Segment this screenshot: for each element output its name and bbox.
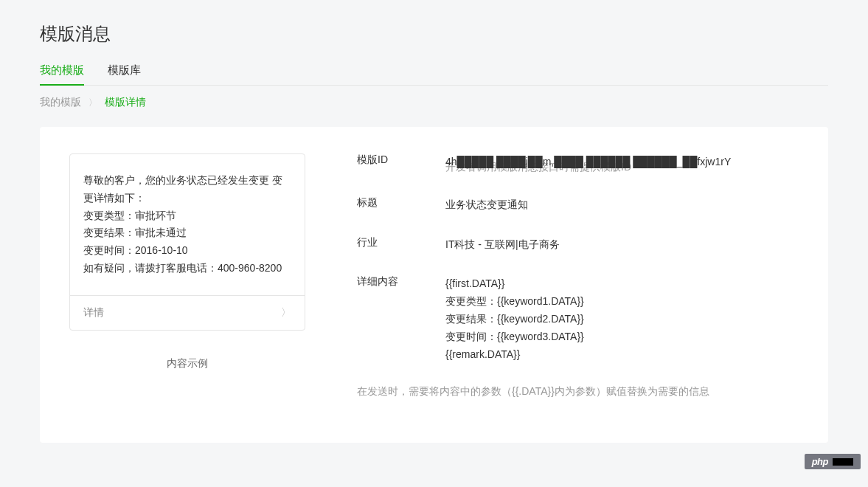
php-watermark: php xyxy=(805,454,861,469)
tab-my-templates[interactable]: 我的模版 xyxy=(40,63,84,85)
content-line: 变更时间：{{keyword3.DATA}} xyxy=(445,328,799,346)
field-label: 详细内容 xyxy=(357,275,401,363)
breadcrumb-root[interactable]: 我的模版 xyxy=(40,96,81,109)
preview-line: 变更结果：审批未通过 xyxy=(83,224,291,242)
chevron-right-icon: 〉 xyxy=(281,306,291,320)
template-id-value: 4h█████ ████j██m,████ ██████ ██████_██fx… xyxy=(445,153,731,171)
field-value: IT科技 - 互联网|电子商务 xyxy=(445,236,799,254)
content-line: 变更结果：{{keyword2.DATA}} xyxy=(445,311,799,328)
field-value: {{first.DATA}} 变更类型：{{keyword1.DATA}} 变更… xyxy=(445,275,799,363)
page-container: 模版消息 我的模版 模版库 我的模版 〉 模版详情 尊敬的客户，您的业务状态已经… xyxy=(0,0,868,472)
preview-footer-label: 详情 xyxy=(83,306,104,320)
preview-line: 如有疑问，请拨打客服电话：400-960-8200 xyxy=(83,260,291,277)
field-content: 详细内容 {{first.DATA}} 变更类型：{{keyword1.DATA… xyxy=(357,275,799,363)
example-label: 内容示例 xyxy=(69,357,305,370)
field-label: 模版ID xyxy=(357,153,401,171)
content-line: {{remark.DATA}} xyxy=(445,346,799,364)
chevron-right-icon: 〉 xyxy=(88,97,97,109)
details-column: 模版ID 4h█████ ████j██m,████ ██████ ██████… xyxy=(357,153,799,398)
field-value: 4h█████ ████j██m,████ ██████ ██████_██fx… xyxy=(445,153,799,171)
watermark-label: php xyxy=(812,456,828,467)
tab-template-library[interactable]: 模版库 xyxy=(108,63,141,85)
content-card: 尊敬的客户，您的业务状态已经发生变更 变更详情如下： 变更类型：审批环节 变更结… xyxy=(40,127,828,443)
preview-body: 尊敬的客户，您的业务状态已经发生变更 变更详情如下： 变更类型：审批环节 变更结… xyxy=(70,154,305,295)
field-industry: 行业 IT科技 - 互联网|电子商务 xyxy=(357,236,799,254)
content-line: {{first.DATA}} xyxy=(445,275,799,293)
preview-line: 变更时间：2016-10-10 xyxy=(83,242,291,260)
preview-box: 尊敬的客户，您的业务状态已经发生变更 变更详情如下： 变更类型：审批环节 变更结… xyxy=(69,153,305,331)
field-title: 标题 业务状态变更通知 xyxy=(357,196,799,214)
breadcrumb: 我的模版 〉 模版详情 xyxy=(40,96,828,109)
content-helper: 在发送时，需要将内容中的参数（{{.DATA}}内为参数）赋值替换为需要的信息 xyxy=(357,385,799,398)
watermark-redacted xyxy=(833,458,853,466)
preview-column: 尊敬的客户，您的业务状态已经发生变更 变更详情如下： 变更类型：审批环节 变更结… xyxy=(69,153,305,398)
preview-line: 变更类型：审批环节 xyxy=(83,207,291,225)
field-label: 行业 xyxy=(357,236,401,254)
page-title: 模版消息 xyxy=(40,22,828,46)
field-value: 业务状态变更通知 xyxy=(445,196,799,214)
preview-details-link[interactable]: 详情 〉 xyxy=(70,295,305,330)
field-template-id: 模版ID 4h█████ ████j██m,████ ██████ ██████… xyxy=(357,153,799,171)
field-label: 标题 xyxy=(357,196,401,214)
preview-line: 尊敬的客户，您的业务状态已经发生变更 变更详情如下： xyxy=(83,172,291,207)
content-line: 变更类型：{{keyword1.DATA}} xyxy=(445,293,799,311)
breadcrumb-current: 模版详情 xyxy=(105,96,146,109)
tabs-bar: 我的模版 模版库 xyxy=(40,63,828,86)
